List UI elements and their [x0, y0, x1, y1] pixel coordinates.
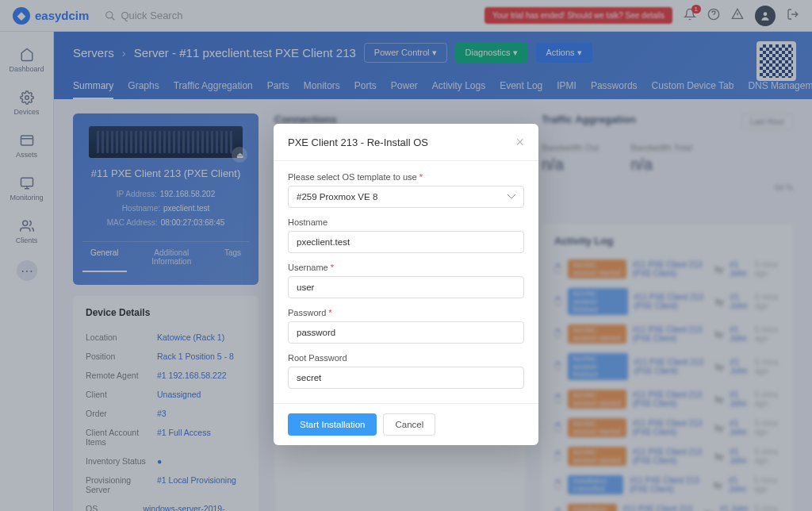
hostname-label: Hostname: [288, 217, 524, 227]
hostname-input[interactable]: [288, 231, 524, 253]
reinstall-os-modal: PXE Client 213 - Re-Install OS × Please …: [274, 124, 538, 445]
cancel-button[interactable]: Cancel: [383, 413, 435, 436]
modal-title: PXE Client 213 - Re-Install OS: [288, 136, 428, 148]
close-icon[interactable]: ×: [515, 135, 524, 149]
password-input[interactable]: [288, 321, 524, 344]
start-installation-button[interactable]: Start Installation: [288, 413, 377, 436]
username-label: Username *: [288, 263, 524, 272]
root-password-input[interactable]: [288, 367, 524, 389]
username-input[interactable]: [288, 276, 524, 298]
root-password-label: Root Password: [288, 353, 524, 363]
password-label: Password *: [288, 308, 524, 317]
os-template-select[interactable]: #259 Proxmox VE 8: [288, 186, 524, 208]
os-template-label: Please select OS template to use *: [288, 172, 524, 182]
